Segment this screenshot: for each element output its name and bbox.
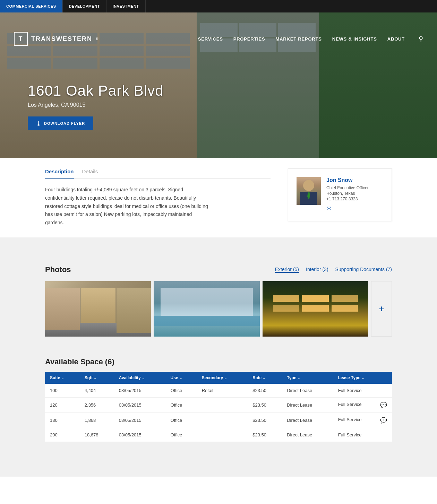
contact-photo bbox=[297, 177, 321, 205]
photo-item-3[interactable] bbox=[263, 281, 368, 337]
cell-rate-3: $23.50 bbox=[248, 428, 282, 442]
col-lease-type[interactable]: Lease Type⌄ bbox=[333, 372, 392, 384]
main-nav-links: SERVICES PROPERTIES MARKET REPORTS NEWS … bbox=[198, 35, 423, 43]
cell-lease-3: Full Service bbox=[333, 428, 392, 442]
available-space-title: Available Space (6) bbox=[45, 357, 392, 366]
available-space-section: Available Space (6) Suite⌄ Sqft⌄ Availab… bbox=[45, 350, 392, 456]
col-sqft[interactable]: Sqft⌄ bbox=[80, 372, 114, 384]
contact-photo-bg bbox=[297, 177, 321, 205]
contact-job-title: Chief Executive Officer bbox=[326, 185, 383, 190]
content-area: Description Details Four buildings total… bbox=[0, 158, 437, 477]
nav-link-market-reports[interactable]: MARKET REPORTS bbox=[276, 36, 322, 42]
content-tabs: Description Details bbox=[45, 168, 271, 179]
col-rate[interactable]: Rate⌄ bbox=[248, 372, 282, 384]
site-logo[interactable]: T TRANSWESTERN® bbox=[14, 32, 99, 46]
table-row: 130 1,868 03/05/2015 Office $23.50 Direc… bbox=[45, 412, 392, 428]
col-availability[interactable]: Availability⌄ bbox=[114, 372, 166, 384]
contact-head bbox=[303, 180, 314, 191]
sort-sqft-icon: ⌄ bbox=[94, 376, 96, 380]
photo-tab-documents[interactable]: Supporting Documents (7) bbox=[335, 267, 392, 273]
sort-use-icon: ⌄ bbox=[179, 376, 182, 380]
photos-more-button[interactable]: + bbox=[371, 281, 392, 337]
cell-rate-2: $23.50 bbox=[248, 412, 282, 428]
search-icon[interactable]: ⚲ bbox=[419, 35, 423, 43]
download-btn-label: DOWNLOAD FLYER bbox=[44, 121, 85, 125]
logo-icon: T bbox=[14, 32, 28, 46]
contact-inner: Jon Snow Chief Executive Officer Houston… bbox=[297, 177, 383, 212]
contact-info: Jon Snow Chief Executive Officer Houston… bbox=[326, 177, 383, 212]
photo-item-2[interactable] bbox=[154, 281, 259, 337]
col-type[interactable]: Type⌄ bbox=[282, 372, 333, 384]
cell-avail-0: 03/05/2015 bbox=[114, 384, 166, 398]
logo-name: TRANSWESTERN bbox=[31, 35, 92, 43]
photo-filter-tabs: Exterior (5) Interior (3) Supporting Doc… bbox=[275, 267, 392, 273]
cell-secondary-1 bbox=[197, 397, 248, 412]
table-header: Suite⌄ Sqft⌄ Availability⌄ Use⌄ Secondar… bbox=[45, 372, 392, 384]
chat-icon[interactable]: 💬 bbox=[380, 417, 387, 424]
cell-sqft-1: 2,356 bbox=[80, 397, 114, 412]
cell-secondary-2 bbox=[197, 412, 248, 428]
tab-details[interactable]: Details bbox=[82, 168, 98, 179]
contact-name: Jon Snow bbox=[326, 177, 383, 183]
cell-suite-0: 100 bbox=[45, 384, 80, 398]
nav-link-news-insights[interactable]: NEWS & INSIGHTS bbox=[332, 36, 377, 42]
col-secondary[interactable]: Secondary⌄ bbox=[197, 372, 248, 384]
nav-link-services[interactable]: SERVICES bbox=[198, 36, 223, 42]
photos-grid: + bbox=[45, 281, 392, 337]
cell-rate-1: $23.50 bbox=[248, 397, 282, 412]
sort-avail-icon: ⌄ bbox=[142, 376, 145, 380]
hero-section: T TRANSWESTERN® SERVICES PROPERTIES MARK… bbox=[0, 12, 437, 158]
cell-suite-3: 200 bbox=[45, 428, 80, 442]
table-body: 100 4,404 03/05/2015 Office Retail $23.5… bbox=[45, 384, 392, 442]
cell-use-3: Office bbox=[166, 428, 197, 442]
cell-suite-2: 130 bbox=[45, 412, 80, 428]
top-bar-development[interactable]: DEVELOPMENT bbox=[63, 0, 106, 12]
top-bar: COMMERCIAL SERVICES DEVELOPMENT INVESTME… bbox=[0, 0, 437, 12]
chat-icon[interactable]: 💬 bbox=[380, 402, 387, 408]
building-modern bbox=[161, 288, 252, 316]
description-section: Description Details Four buildings total… bbox=[0, 158, 437, 237]
plus-icon: + bbox=[379, 303, 384, 314]
cell-secondary-0: Retail bbox=[197, 384, 248, 398]
photo-tab-exterior[interactable]: Exterior (5) bbox=[275, 267, 299, 273]
property-title: 1601 Oak Park Blvd bbox=[28, 82, 164, 99]
tab-description[interactable]: Description bbox=[45, 168, 74, 179]
cell-type-2: Direct Lease bbox=[282, 412, 333, 428]
table-row: 120 2,356 03/05/2015 Office $23.50 Direc… bbox=[45, 397, 392, 412]
top-bar-commercial[interactable]: COMMERCIAL SERVICES bbox=[0, 0, 63, 12]
cell-sqft-2: 1,868 bbox=[80, 412, 114, 428]
download-flyer-button[interactable]: ⭳ DOWNLOAD FLYER bbox=[28, 116, 93, 130]
cell-avail-3: 03/05/2015 bbox=[114, 428, 166, 442]
table-row: 200 18,678 03/05/2015 Office $23.50 Dire… bbox=[45, 428, 392, 442]
sort-suite-icon: ⌄ bbox=[61, 376, 64, 380]
top-bar-investment[interactable]: INVESTMENT bbox=[106, 0, 146, 12]
photo-tab-interior[interactable]: Interior (3) bbox=[306, 267, 328, 273]
photo-bg-3 bbox=[263, 281, 368, 337]
property-description: Four buildings totaling +/-4,089 square … bbox=[45, 186, 212, 227]
sort-secondary-icon: ⌄ bbox=[224, 376, 227, 380]
contact-card: Jon Snow Chief Executive Officer Houston… bbox=[288, 168, 392, 221]
table-header-row: Suite⌄ Sqft⌄ Availability⌄ Use⌄ Secondar… bbox=[45, 372, 392, 384]
photo-bg-1 bbox=[45, 281, 151, 337]
nav-link-properties[interactable]: PROPERTIES bbox=[233, 36, 265, 42]
main-nav: T TRANSWESTERN® SERVICES PROPERTIES MARK… bbox=[0, 25, 437, 53]
col-suite[interactable]: Suite⌄ bbox=[45, 372, 80, 384]
buildings-row bbox=[45, 288, 151, 333]
contact-phone: +1 713.270.3323 bbox=[326, 197, 383, 201]
cell-lease-1: Full Service💬 bbox=[333, 397, 392, 412]
cell-type-0: Direct Lease bbox=[282, 384, 333, 398]
cell-sqft-3: 18,678 bbox=[80, 428, 114, 442]
available-space-table: Suite⌄ Sqft⌄ Availability⌄ Use⌄ Secondar… bbox=[45, 372, 392, 442]
cell-rate-0: $23.50 bbox=[248, 384, 282, 398]
col-use[interactable]: Use⌄ bbox=[166, 372, 197, 384]
contact-location: Houston, Texas bbox=[326, 191, 383, 196]
cell-suite-1: 120 bbox=[45, 397, 80, 412]
logo-trademark: ® bbox=[96, 37, 99, 41]
email-icon[interactable]: ✉ bbox=[326, 205, 332, 212]
sort-lease-icon: ⌄ bbox=[361, 376, 364, 380]
nav-link-about[interactable]: ABOUT bbox=[387, 36, 405, 42]
cell-lease-0: Full Service bbox=[333, 384, 392, 398]
property-address: Los Angeles, CA 90015 bbox=[28, 102, 164, 108]
lit-windows bbox=[273, 295, 358, 312]
photo-item-1[interactable] bbox=[45, 281, 151, 337]
